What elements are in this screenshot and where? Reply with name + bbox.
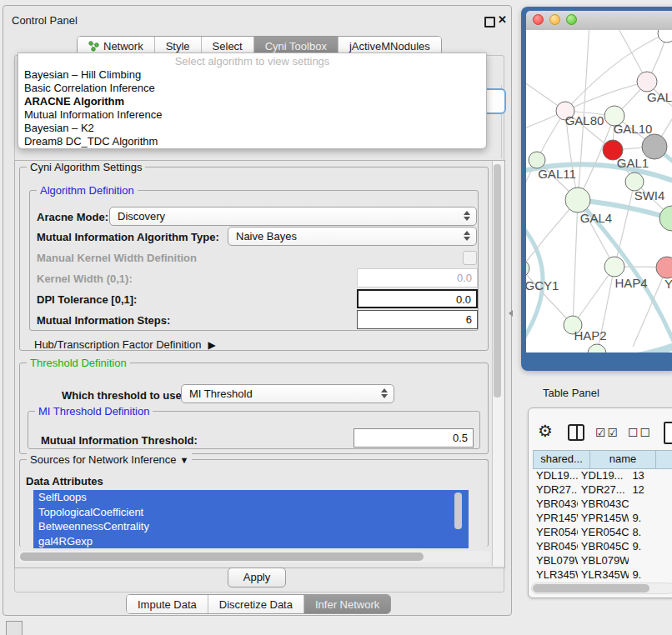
network-node[interactable]: [642, 134, 667, 159]
cyni-settings-group-title: Cyni Algorithm Settings: [27, 161, 145, 173]
network-node-gal11[interactable]: [529, 152, 545, 168]
panel-title: Control Panel: [12, 14, 78, 27]
dpi-tolerance-input[interactable]: 0.0: [357, 289, 478, 308]
close-icon[interactable]: ✕: [498, 13, 507, 26]
table-cell: YER054C: [578, 525, 629, 539]
data-attribute-item[interactable]: BetweennessCentrality: [33, 519, 469, 534]
network-node-hap4[interactable]: [604, 257, 624, 277]
minimize-traffic-light-icon[interactable]: [549, 14, 560, 25]
tab-label: Cyni Toolbox: [265, 40, 327, 52]
network-node-label: HAP4: [614, 276, 647, 290]
columns-icon[interactable]: [568, 424, 584, 441]
table-body: YDL19...YDL19...13YDR27...YDR27...12YBR0…: [533, 468, 672, 582]
tab-label: jActiveMNodules: [349, 40, 430, 52]
mi-type-label: Mutual Information Algorithm Type:: [37, 231, 219, 243]
algorithm-option[interactable]: Dream8 DC_TDC Algorithm: [18, 135, 486, 148]
table-row[interactable]: YBR045CYBR045C9.: [533, 539, 672, 553]
hub-definition-toggle[interactable]: Hub/Transcription Factor Definition▶: [34, 338, 216, 351]
table-row[interactable]: YER054CYER054C8.: [533, 525, 672, 539]
bottom-tab-impute-data[interactable]: Impute Data: [127, 595, 208, 613]
table-cell: YDL19...: [533, 468, 578, 482]
which-threshold-select[interactable]: MI Threshold: [181, 384, 394, 403]
table-cell: YLR345W: [533, 568, 578, 582]
threshold-group-title: Threshold Definition: [27, 357, 130, 369]
network-node[interactable]: [659, 206, 672, 231]
algorithm-prompt: Select algorithm to view settings: [18, 55, 486, 68]
float-window-icon[interactable]: [484, 17, 495, 28]
network-node[interactable]: [588, 344, 606, 352]
network-node-label: GAL4: [580, 211, 612, 225]
network-node-label: SWI4: [634, 188, 665, 202]
table-cell: YLR345W: [578, 568, 629, 582]
settings-hscrollbar-thumb[interactable]: [20, 552, 424, 561]
network-node-y[interactable]: [656, 257, 672, 278]
table-row[interactable]: YLR345WYLR345W9.: [533, 568, 672, 582]
collapsed-panel-icon[interactable]: [6, 621, 23, 635]
data-attribute-item[interactable]: gal4RGexp: [33, 534, 469, 549]
network-node-label: GAL80: [565, 113, 604, 128]
algorithm-option[interactable]: Bayesian – K2: [18, 122, 486, 135]
mi-type-select[interactable]: Naive Bayes: [228, 227, 477, 246]
table-column-header[interactable]: shared...: [533, 451, 590, 468]
network-node-gal[interactable]: [637, 72, 657, 92]
table-column-header[interactable]: [656, 451, 672, 468]
table-column-header[interactable]: name: [590, 451, 656, 468]
close-traffic-light-icon[interactable]: [533, 14, 544, 25]
list-scrollbar-thumb[interactable]: [454, 492, 462, 529]
table-panel-title: Table Panel: [543, 387, 599, 399]
apply-button[interactable]: Apply: [228, 568, 286, 588]
mi-steps-input[interactable]: 6: [357, 310, 478, 329]
combo-arrows-icon: [464, 211, 470, 221]
network-node-gcy1[interactable]: [526, 260, 529, 277]
network-node-gal4[interactable]: [565, 188, 590, 212]
combo-arrows-icon: [381, 388, 388, 398]
network-node[interactable]: [658, 30, 672, 42]
splitter-grip[interactable]: [509, 310, 513, 317]
kernel-width-input[interactable]: 0.0: [357, 268, 478, 288]
tab-label: Network: [103, 40, 143, 52]
algorithm-options-list: Bayesian – Hill ClimbingBasic Correlatio…: [18, 68, 486, 148]
algorithm-option[interactable]: Mutual Information Inference: [18, 108, 486, 122]
network-edge: [573, 200, 578, 325]
table-cell: YBR045C: [533, 539, 578, 553]
network-node-label: GAL1: [617, 156, 649, 170]
algorithm-option[interactable]: Basic Correlation Inference: [18, 82, 486, 95]
network-canvas[interactable]: GALGAL80GAL10GAL1GAL11SWI4GAL4GCY1HAP4YH…: [526, 30, 672, 352]
settings-vscrollbar-thumb[interactable]: [494, 164, 501, 398]
manual-kernel-label: Manual Kernel Width Definition: [37, 252, 197, 264]
table-row[interactable]: YBL079WYBL079W: [533, 553, 672, 568]
dpi-tolerance-label: DPI Tolerance [0,1]:: [37, 293, 137, 306]
table-cell: YER054C: [533, 525, 578, 539]
application-window: Control Panel ✕ NetworkStyleSelectCyni T…: [0, 0, 672, 635]
data-attribute-item[interactable]: SelfLoops: [33, 490, 469, 505]
bottom-tab-discretize-data[interactable]: Discretize Data: [208, 595, 303, 613]
sources-group-title[interactable]: Sources for Network Inference▼: [27, 453, 192, 466]
bottom-tab-infer-network[interactable]: Infer Network: [303, 595, 390, 613]
gear-icon[interactable]: ⚙: [538, 421, 553, 441]
aracne-mode-label: Aracne Mode:: [37, 211, 108, 223]
deselect-all-checkboxes-icon[interactable]: ☐☐: [628, 426, 652, 439]
bottom-tab-label: Impute Data: [138, 598, 197, 611]
table-hscrollbar-thumb[interactable]: [533, 584, 649, 592]
table-cell: YBL079W: [533, 553, 578, 568]
file-icon[interactable]: [664, 422, 672, 444]
algorithm-option[interactable]: Bayesian – Hill Climbing: [18, 68, 486, 82]
table-row[interactable]: YPR145WYPR145W9.: [533, 511, 672, 525]
sources-title-text: Sources for Network Inference: [30, 453, 177, 466]
table-row[interactable]: YBR043CYBR043C: [533, 497, 672, 511]
data-attribute-item[interactable]: TopologicalCoefficient: [33, 505, 469, 520]
aracne-mode-select[interactable]: Discovery: [109, 207, 477, 226]
table-cell: 12: [629, 482, 672, 497]
algorithm-option[interactable]: ARACNE Algorithm: [18, 95, 486, 108]
mi-threshold-input[interactable]: 0.5: [354, 428, 474, 448]
network-edge: [573, 267, 614, 325]
network-node-label: GAL11: [538, 167, 576, 181]
network-node-label: HAP2: [574, 328, 606, 342]
data-attributes-list[interactable]: SelfLoopsTopologicalCoefficientBetweenne…: [33, 490, 469, 548]
table-row[interactable]: YDL19...YDL19...13: [533, 468, 672, 482]
manual-kernel-checkbox[interactable]: [463, 251, 477, 265]
select-all-checkboxes-icon[interactable]: ☑☑: [595, 426, 619, 439]
table-cell: YPR145W: [533, 511, 578, 525]
zoom-traffic-light-icon[interactable]: [566, 14, 577, 25]
table-row[interactable]: YDR27...YDR27...12: [533, 482, 672, 497]
